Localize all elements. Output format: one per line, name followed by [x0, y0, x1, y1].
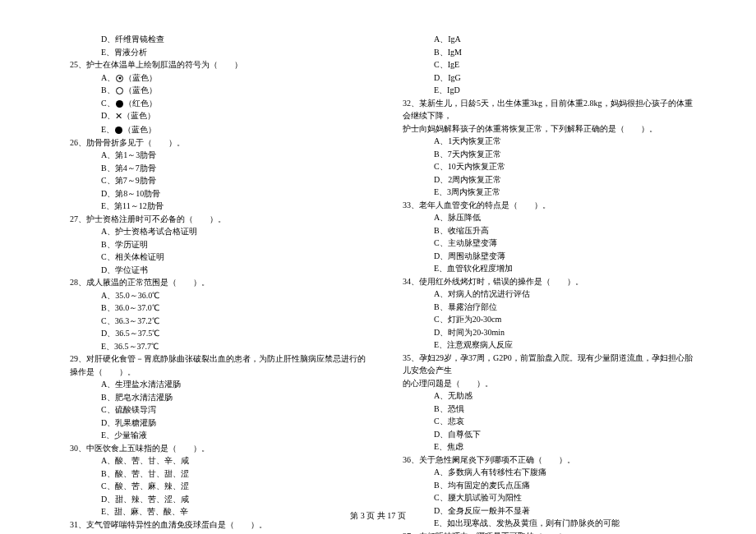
q36-opt: C、腰大肌试验可为阳性: [403, 491, 698, 504]
opt-suffix: （蓝色）: [123, 125, 156, 134]
right-column: A、IgA B、IgM C、IgE D、IgG E、IgD 32、某新生儿，日龄…: [390, 33, 698, 534]
q32-stem1: 32、某新生儿，日龄5天，出生体重3kg，目前体重2.8kg，妈妈很担心孩子的体…: [403, 97, 698, 122]
q32-stem2: 护士向妈妈解释孩子的体重将恢复正常，下列解释正确的是（ ）。: [403, 122, 698, 136]
q26-opt: B、第4～7肋骨: [70, 162, 366, 175]
q36-opt: A、多数病人有转移性右下腹痛: [403, 466, 698, 479]
opt-suffix: （红色）: [124, 99, 157, 108]
opt-prefix: E、: [101, 125, 114, 134]
q25-stem: 25、护士在体温单上绘制肛温的符号为（ ）: [70, 58, 366, 71]
opt-prefix: D、: [101, 111, 115, 120]
opt-suffix: （蓝色）: [124, 85, 157, 94]
q34-opt: A、对病人的情况进行评估: [403, 288, 698, 301]
opt-prefix: B、: [101, 85, 115, 94]
circle-open-icon: [116, 87, 123, 94]
q35-stem2: 的心理问题是（ ）。: [403, 377, 698, 390]
page-container: D、纤维胃镜检查 E、胃液分析 25、护士在体温单上绘制肛温的符号为（ ） A、…: [0, 0, 756, 534]
q31-opt: B、IgM: [403, 46, 698, 59]
q28-opt: B、36.0～37.0℃: [70, 302, 366, 315]
option-d: D、纤维胃镜检查: [70, 33, 366, 46]
q30-opt: B、酸、苦、甘、甜、涩: [70, 467, 366, 481]
q29-opt: D、乳果糖灌肠: [70, 417, 366, 430]
q32-opt: A、1天内恢复正常: [403, 135, 698, 148]
q30-opt: C、酸、苦、麻、辣、涩: [70, 480, 366, 493]
q25-opt-e: E、（蓝色）: [70, 123, 366, 136]
q28-opt: D、36.5～37.5℃: [70, 327, 366, 340]
q25-opt-d: D、✕（蓝色）: [70, 109, 366, 123]
q31-opt: C、IgE: [403, 58, 698, 71]
q25-opt-a: A、（蓝色）: [70, 71, 366, 85]
q33-stem: 33、老年人血管变化的特点是（ ）。: [403, 199, 698, 212]
q28-stem: 28、成人腋温的正常范围是（ ）。: [70, 276, 366, 289]
q26-opt: D、第8～10肋骨: [70, 187, 366, 200]
q34-stem: 34、使用红外线烤灯时，错误的操作是（ ）。: [403, 275, 698, 288]
q27-stem: 27、护士资格注册时可不必备的（ ）。: [70, 213, 366, 226]
q29-opt: E、少量输液: [70, 429, 366, 442]
q29-opt: A、生理盐水清洁灌肠: [70, 378, 366, 391]
q34-opt: D、时间为20-30min: [403, 326, 698, 339]
cross-icon: ✕: [115, 109, 122, 123]
q26-opt: E、第11～12肋骨: [70, 200, 366, 213]
left-column: D、纤维胃镜检查 E、胃液分析 25、护士在体温单上绘制肛温的符号为（ ） A、…: [70, 33, 390, 534]
page-footer: 第 3 页 共 17 页: [0, 510, 756, 522]
opt-suffix: （蓝色）: [124, 73, 157, 82]
q31-opt: A、IgA: [403, 33, 698, 46]
circle-dot-icon: [116, 75, 123, 82]
q29-opt: C、硫酸镁导泻: [70, 403, 366, 417]
q27-opt: A、护士资格考试合格证明: [70, 225, 366, 238]
q33-opt: C、主动脉壁变薄: [403, 237, 698, 250]
q33-opt: E、血管软化程度增加: [403, 262, 698, 275]
q25-opt-c: C、（红色）: [70, 97, 366, 110]
q29-opt: B、肥皂水清洁灌肠: [70, 391, 366, 404]
q30-stem: 30、中医饮食上五味指的是（ ）。: [70, 442, 366, 455]
q35-opt: A、无助感: [403, 389, 698, 403]
opt-prefix: A、: [101, 73, 115, 82]
q31-opt: D、IgG: [403, 71, 698, 85]
option-e: E、胃液分析: [70, 46, 366, 59]
q35-opt: C、悲哀: [403, 415, 698, 428]
q30-opt: A、酸、苦、甘、辛、咸: [70, 454, 366, 467]
q27-opt: B、学历证明: [70, 238, 366, 251]
circle-filled-icon: [115, 127, 122, 134]
q32-opt: C、10天内恢复正常: [403, 160, 698, 173]
q27-opt: C、相关体检证明: [70, 251, 366, 264]
q26-opt: A、第1～3肋骨: [70, 149, 366, 162]
q31-opt: E、IgD: [403, 84, 698, 97]
q34-opt: E、注意观察病人反应: [403, 338, 698, 352]
q33-opt: D、周围动脉壁变薄: [403, 250, 698, 263]
opt-prefix: C、: [101, 99, 115, 108]
q25-opt-b: B、（蓝色）: [70, 84, 366, 97]
q29-stem: 29、对肝硬化食管－胃底静脉曲张破裂出血的患者，为防止肝性脑病应禁忌进行的操作是…: [70, 352, 366, 378]
q34-opt: B、暴露治疗部位: [403, 301, 698, 314]
q35-opt: E、焦虑: [403, 440, 698, 453]
q37-stem: 37、在倾听技巧中，哪项是不可取的（ ）。: [403, 530, 698, 535]
q32-opt: E、3周内恢复正常: [403, 186, 698, 199]
q33-opt: B、收缩压升高: [403, 224, 698, 237]
q36-stem: 36、关于急性阑尾炎下列哪项不正确（ ）。: [403, 453, 698, 467]
q32-opt: B、7天内恢复正常: [403, 148, 698, 161]
q35-opt: D、自尊低下: [403, 428, 698, 441]
q30-opt: D、甜、辣、苦、涩、咸: [70, 493, 366, 506]
q28-opt: E、36.5～37.7℃: [70, 340, 366, 353]
q33-opt: A、脉压降低: [403, 211, 698, 224]
q32-opt: D、2周内恢复正常: [403, 173, 698, 186]
circle-filled-icon: [116, 100, 123, 108]
q36-opt: B、均有固定的麦氏点压痛: [403, 479, 698, 492]
q27-opt: D、学位证书: [70, 264, 366, 277]
q26-opt: C、第7～9肋骨: [70, 174, 366, 187]
q28-opt: C、36.3～37.2℃: [70, 315, 366, 328]
opt-suffix: （蓝色）: [122, 111, 155, 120]
q35-stem1: 35、孕妇29岁，孕37周，G2P0，前置胎盘入院。现有少量阴道流血，孕妇担心胎…: [403, 352, 698, 377]
q28-opt: A、35.0～36.0℃: [70, 289, 366, 302]
q26-stem: 26、肋骨骨折多见于（ ）。: [70, 136, 366, 150]
q34-opt: C、灯距为20-30cm: [403, 313, 698, 326]
q35-opt: B、恐惧: [403, 403, 698, 416]
